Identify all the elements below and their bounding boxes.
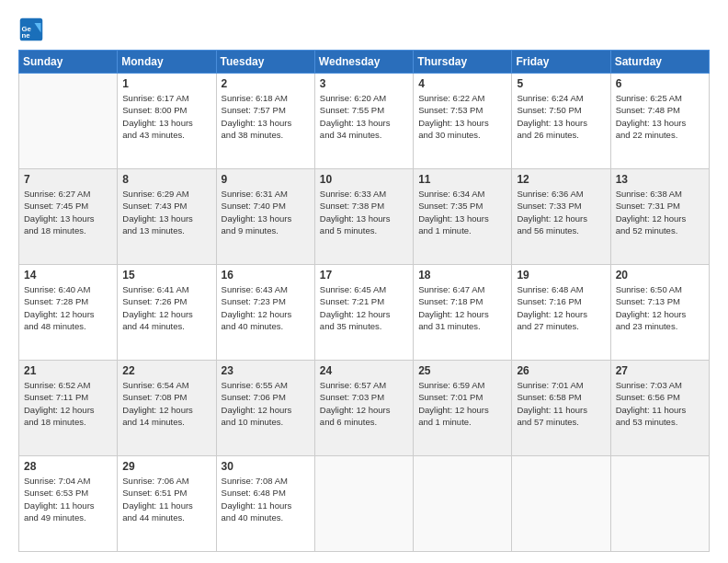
day-header-sunday: Sunday bbox=[19, 51, 118, 74]
day-info: Sunrise: 6:50 AM Sunset: 7:13 PM Dayligh… bbox=[616, 283, 704, 332]
calendar-cell: 5Sunrise: 6:24 AM Sunset: 7:50 PM Daylig… bbox=[512, 74, 610, 169]
day-number: 2 bbox=[222, 77, 310, 90]
calendar-cell: 25Sunrise: 6:59 AM Sunset: 7:01 PM Dayli… bbox=[414, 361, 512, 456]
day-number: 25 bbox=[418, 364, 506, 377]
calendar-week-4: 21Sunrise: 6:52 AM Sunset: 7:11 PM Dayli… bbox=[19, 361, 710, 456]
calendar-cell bbox=[314, 456, 413, 552]
day-info: Sunrise: 6:47 AM Sunset: 7:18 PM Dayligh… bbox=[418, 283, 506, 332]
calendar-cell: 22Sunrise: 6:54 AM Sunset: 7:08 PM Dayli… bbox=[118, 361, 216, 456]
day-number: 12 bbox=[517, 173, 605, 186]
day-info: Sunrise: 7:01 AM Sunset: 6:58 PM Dayligh… bbox=[517, 379, 605, 428]
day-info: Sunrise: 6:22 AM Sunset: 7:53 PM Dayligh… bbox=[418, 92, 506, 141]
calendar-cell: 9Sunrise: 6:31 AM Sunset: 7:40 PM Daylig… bbox=[216, 169, 314, 265]
day-info: Sunrise: 7:06 AM Sunset: 6:51 PM Dayligh… bbox=[122, 475, 210, 523]
day-info: Sunrise: 7:03 AM Sunset: 6:56 PM Dayligh… bbox=[616, 379, 704, 428]
day-number: 5 bbox=[517, 77, 605, 90]
day-number: 29 bbox=[122, 460, 210, 473]
day-header-thursday: Thursday bbox=[414, 51, 512, 74]
day-header-friday: Friday bbox=[512, 51, 610, 74]
calendar-cell: 13Sunrise: 6:38 AM Sunset: 7:31 PM Dayli… bbox=[610, 169, 709, 265]
svg-text:ne: ne bbox=[22, 31, 31, 40]
calendar-cell: 8Sunrise: 6:29 AM Sunset: 7:43 PM Daylig… bbox=[118, 169, 216, 265]
calendar-cell: 6Sunrise: 6:25 AM Sunset: 7:48 PM Daylig… bbox=[610, 74, 709, 169]
calendar-table: SundayMondayTuesdayWednesdayThursdayFrid… bbox=[18, 50, 710, 552]
calendar-cell: 4Sunrise: 6:22 AM Sunset: 7:53 PM Daylig… bbox=[414, 74, 512, 169]
day-number: 15 bbox=[122, 269, 210, 282]
day-info: Sunrise: 6:33 AM Sunset: 7:38 PM Dayligh… bbox=[320, 188, 408, 236]
day-number: 30 bbox=[222, 460, 310, 473]
day-number: 20 bbox=[616, 269, 704, 282]
calendar-cell: 10Sunrise: 6:33 AM Sunset: 7:38 PM Dayli… bbox=[314, 169, 413, 265]
day-info: Sunrise: 6:18 AM Sunset: 7:57 PM Dayligh… bbox=[222, 92, 310, 141]
day-number: 10 bbox=[320, 173, 408, 186]
day-number: 14 bbox=[24, 269, 112, 282]
day-info: Sunrise: 6:48 AM Sunset: 7:16 PM Dayligh… bbox=[517, 283, 605, 332]
day-number: 9 bbox=[222, 173, 310, 186]
day-number: 17 bbox=[320, 269, 408, 282]
calendar-cell: 30Sunrise: 7:08 AM Sunset: 6:48 PM Dayli… bbox=[216, 456, 314, 552]
calendar-cell bbox=[512, 456, 610, 552]
calendar-cell: 15Sunrise: 6:41 AM Sunset: 7:26 PM Dayli… bbox=[118, 265, 216, 361]
day-number: 13 bbox=[616, 173, 704, 186]
day-number: 22 bbox=[122, 364, 210, 377]
calendar-cell: 28Sunrise: 7:04 AM Sunset: 6:53 PM Dayli… bbox=[19, 456, 118, 552]
calendar-cell: 20Sunrise: 6:50 AM Sunset: 7:13 PM Dayli… bbox=[610, 265, 709, 361]
day-number: 16 bbox=[222, 269, 310, 282]
calendar-cell bbox=[19, 74, 118, 169]
day-number: 28 bbox=[24, 460, 112, 473]
logo-icon: Ge ne bbox=[18, 17, 44, 42]
day-info: Sunrise: 6:20 AM Sunset: 7:55 PM Dayligh… bbox=[320, 92, 408, 141]
calendar-cell: 17Sunrise: 6:45 AM Sunset: 7:21 PM Dayli… bbox=[314, 265, 413, 361]
day-number: 11 bbox=[418, 173, 506, 186]
day-number: 21 bbox=[24, 364, 112, 377]
day-number: 1 bbox=[122, 77, 210, 90]
day-info: Sunrise: 6:38 AM Sunset: 7:31 PM Dayligh… bbox=[616, 188, 704, 236]
calendar-week-5: 28Sunrise: 7:04 AM Sunset: 6:53 PM Dayli… bbox=[19, 456, 710, 552]
calendar-cell: 1Sunrise: 6:17 AM Sunset: 8:00 PM Daylig… bbox=[118, 74, 216, 169]
page: Ge ne SundayMondayTuesdayWednesdayThursd… bbox=[0, 0, 728, 563]
header: Ge ne bbox=[18, 17, 710, 42]
day-info: Sunrise: 6:36 AM Sunset: 7:33 PM Dayligh… bbox=[517, 188, 605, 236]
calendar-cell: 26Sunrise: 7:01 AM Sunset: 6:58 PM Dayli… bbox=[512, 361, 610, 456]
day-info: Sunrise: 6:17 AM Sunset: 8:00 PM Dayligh… bbox=[122, 92, 210, 141]
calendar-cell: 14Sunrise: 6:40 AM Sunset: 7:28 PM Dayli… bbox=[19, 265, 118, 361]
day-number: 6 bbox=[616, 77, 704, 90]
day-info: Sunrise: 6:25 AM Sunset: 7:48 PM Dayligh… bbox=[616, 92, 704, 141]
calendar-cell bbox=[610, 456, 709, 552]
calendar-cell: 2Sunrise: 6:18 AM Sunset: 7:57 PM Daylig… bbox=[216, 74, 314, 169]
day-info: Sunrise: 6:59 AM Sunset: 7:01 PM Dayligh… bbox=[418, 379, 506, 428]
day-header-monday: Monday bbox=[118, 51, 216, 74]
day-header-wednesday: Wednesday bbox=[314, 51, 413, 74]
calendar-cell: 29Sunrise: 7:06 AM Sunset: 6:51 PM Dayli… bbox=[118, 456, 216, 552]
day-number: 19 bbox=[517, 269, 605, 282]
day-number: 24 bbox=[320, 364, 408, 377]
calendar-cell: 3Sunrise: 6:20 AM Sunset: 7:55 PM Daylig… bbox=[314, 74, 413, 169]
logo: Ge ne bbox=[18, 17, 48, 42]
calendar-cell: 16Sunrise: 6:43 AM Sunset: 7:23 PM Dayli… bbox=[216, 265, 314, 361]
day-info: Sunrise: 6:43 AM Sunset: 7:23 PM Dayligh… bbox=[222, 283, 310, 332]
day-info: Sunrise: 6:41 AM Sunset: 7:26 PM Dayligh… bbox=[122, 283, 210, 332]
day-number: 26 bbox=[517, 364, 605, 377]
calendar-cell bbox=[414, 456, 512, 552]
day-number: 23 bbox=[222, 364, 310, 377]
calendar-cell: 11Sunrise: 6:34 AM Sunset: 7:35 PM Dayli… bbox=[414, 169, 512, 265]
day-number: 18 bbox=[418, 269, 506, 282]
day-info: Sunrise: 6:45 AM Sunset: 7:21 PM Dayligh… bbox=[320, 283, 408, 332]
day-header-tuesday: Tuesday bbox=[216, 51, 314, 74]
day-header-saturday: Saturday bbox=[610, 51, 709, 74]
day-info: Sunrise: 6:24 AM Sunset: 7:50 PM Dayligh… bbox=[517, 92, 605, 141]
calendar-cell: 19Sunrise: 6:48 AM Sunset: 7:16 PM Dayli… bbox=[512, 265, 610, 361]
day-number: 4 bbox=[418, 77, 506, 90]
day-number: 7 bbox=[24, 173, 112, 186]
day-info: Sunrise: 7:04 AM Sunset: 6:53 PM Dayligh… bbox=[24, 475, 112, 523]
calendar-cell: 12Sunrise: 6:36 AM Sunset: 7:33 PM Dayli… bbox=[512, 169, 610, 265]
calendar-cell: 27Sunrise: 7:03 AM Sunset: 6:56 PM Dayli… bbox=[610, 361, 709, 456]
calendar-cell: 23Sunrise: 6:55 AM Sunset: 7:06 PM Dayli… bbox=[216, 361, 314, 456]
calendar-week-3: 14Sunrise: 6:40 AM Sunset: 7:28 PM Dayli… bbox=[19, 265, 710, 361]
calendar-week-1: 1Sunrise: 6:17 AM Sunset: 8:00 PM Daylig… bbox=[19, 74, 710, 169]
day-header-row: SundayMondayTuesdayWednesdayThursdayFrid… bbox=[19, 51, 710, 74]
day-info: Sunrise: 6:40 AM Sunset: 7:28 PM Dayligh… bbox=[24, 283, 112, 332]
day-info: Sunrise: 7:08 AM Sunset: 6:48 PM Dayligh… bbox=[222, 475, 310, 523]
calendar-cell: 21Sunrise: 6:52 AM Sunset: 7:11 PM Dayli… bbox=[19, 361, 118, 456]
day-number: 27 bbox=[616, 364, 704, 377]
